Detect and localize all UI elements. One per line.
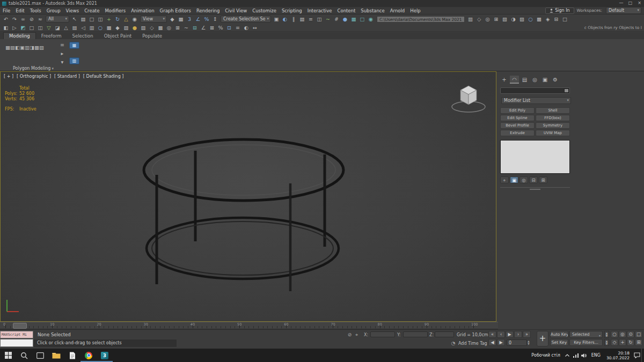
ribbon-tab-populate[interactable]: Populate [137,33,167,39]
desktop-toolbar-label[interactable]: Робочий стіл [531,353,560,358]
ribbon-button-3[interactable]: ◧ [15,45,20,50]
menu-item-customize[interactable]: Customize [250,8,279,13]
toolbar-icon-2[interactable]: ◇ [475,16,484,23]
z-coordinate-field[interactable] [435,331,454,337]
ribbon-tab-object-paint[interactable]: Object Paint [99,33,137,39]
workspace-dropdown[interactable]: Default [606,7,641,14]
document-app-button[interactable] [64,349,80,362]
view-cube[interactable] [450,80,487,115]
toolbar2-icon-2[interactable]: ▷ [10,24,19,31]
modifier-button-shell[interactable]: Shell [536,107,570,114]
scene-explorer-icon[interactable]: ≡ [306,16,315,23]
set-key-button[interactable]: Set Key [550,339,568,346]
curve-editor-icon[interactable]: ~ [324,16,332,23]
toolbar2-icon-1[interactable]: ◧ [2,24,10,31]
rendered-frame-icon[interactable]: □ [358,16,367,23]
selection-filter-dropdown[interactable]: All [46,16,69,23]
volume-icon[interactable] [580,349,589,362]
modifier-button-edit-poly[interactable]: Edit Poly [500,107,535,114]
field-of-view-icon[interactable]: ◇ [611,339,618,346]
menu-item-views[interactable]: Views [63,8,82,13]
toolbar2-icon-25[interactable]: ⊠ [208,24,216,31]
menu-item-content[interactable]: Content [335,8,358,13]
toolbar2-icon-4[interactable]: □ [27,24,36,31]
render-setup-icon[interactable]: ▦ [349,16,358,23]
ribbon-panel-label[interactable]: Polygon Modeling [13,66,54,71]
show-desktop-button[interactable] [641,349,644,362]
menu-item-scripting[interactable]: Scripting [279,8,305,13]
modifier-button-uvw-map[interactable]: UVW Map [536,130,570,136]
menu-item-graph-editors[interactable]: Graph Editors [157,8,194,13]
zoom-extents-icon[interactable]: ⊙ [627,331,634,338]
toolbar2-icon-17[interactable]: ▨ [139,24,148,31]
toolbar2-icon-12[interactable]: ○ [96,24,105,31]
ribbon-button-6[interactable]: ◨ [30,45,34,50]
pan-icon[interactable]: + [619,339,626,346]
percent-snap-icon[interactable]: % [202,16,211,23]
3ds-max-taskbar-button[interactable]: 3 [97,349,113,362]
menu-item-substance[interactable]: Substance [358,8,387,13]
toolbar2-icon-5[interactable]: ◫ [36,24,45,31]
maximize-viewport-icon[interactable]: ⊞ [635,339,642,346]
window-crossing-icon[interactable]: ◫ [96,16,105,23]
ribbon-highlight-icon-1[interactable]: ▦ [69,42,79,49]
unlink-selection-icon[interactable]: ⊘ [27,16,36,23]
modifier-stack[interactable] [500,140,570,174]
menu-item-file[interactable]: File [0,8,13,13]
x-coordinate-field[interactable] [370,331,395,337]
key-selection-dropdown[interactable]: Selected [569,331,603,338]
toolbar-icon-6[interactable]: ◑ [509,16,518,23]
toolbar-icon-1[interactable]: ▥ [466,16,475,23]
menu-item-create[interactable]: Create [82,8,102,13]
reference-coordinate-dropdown[interactable]: View [140,16,167,23]
menu-item-group[interactable]: Group [44,8,63,13]
configure-modifier-sets-icon[interactable]: ⊞ [539,176,547,183]
display-tab-icon[interactable]: ▣ [540,76,550,84]
ribbon-button-2[interactable]: ▤ [10,45,15,50]
menu-item-animation[interactable]: Animation [128,8,157,13]
ribbon-side-icon-3[interactable]: ▾ [60,58,64,67]
hierarchy-tab-icon[interactable]: ▤ [520,76,529,84]
align-icon[interactable]: ∥ [289,16,298,23]
toolbar-icon-8[interactable]: ○ [526,16,535,23]
menu-item-tools[interactable]: Tools [27,8,44,13]
toolbar2-icon-9[interactable]: ▤ [70,24,79,31]
show-end-result-icon[interactable]: ▣ [510,176,518,183]
toolbar-icon-5[interactable]: ▧ [501,16,509,23]
zoom-all-icon[interactable]: ◎ [619,331,626,338]
maxscript-mini-listener[interactable] [0,339,33,347]
ribbon-tab-freeform[interactable]: Freeform [36,33,67,39]
toolbar2-icon-27[interactable]: ⊡ [225,24,233,31]
toolbar-icon-4[interactable]: ⊞ [492,16,501,23]
language-indicator[interactable]: ENG [591,353,601,358]
menu-item-interactive[interactable]: Interactive [305,8,335,13]
ribbon-side-icon-1[interactable]: ≡ [60,41,64,50]
toolbar2-icon-3[interactable]: ◩ [19,24,27,31]
close-button[interactable]: × [635,0,644,7]
layer-manager-icon[interactable]: ▤ [298,16,306,23]
schematic-view-icon[interactable]: # [332,16,341,23]
ribbon-tab-selection[interactable]: Selection [67,33,99,39]
ribbon-button-8[interactable]: ▧ [39,45,44,50]
select-by-name-icon[interactable]: ▤ [79,16,87,23]
toolbar2-icon-20[interactable]: ◎ [165,24,173,31]
maxscript-macro-recorder[interactable]: MAXScript Mi [0,331,33,338]
toolbar2-icon-19[interactable]: ▩ [156,24,165,31]
object-name-field[interactable] [500,87,570,94]
previous-key-button[interactable]: ◀ [488,339,496,346]
toolbar2-icon-29[interactable]: ◐ [242,24,251,31]
select-and-manipulate-icon[interactable]: ◆ [168,16,177,23]
next-frame-button[interactable]: › [514,331,522,338]
next-key-button[interactable]: ▶ [497,339,505,346]
menu-item-civil-view[interactable]: Civil View [222,8,250,13]
auto-key-button[interactable]: Auto Key [550,331,568,338]
modifier-button-extrude[interactable]: Extrude [500,130,535,136]
select-and-scale-icon[interactable]: △ [122,16,130,23]
timeline-track-bar[interactable]: 0102030405060708090100 [0,322,498,329]
bind-to-space-warp-icon[interactable]: ≈ [36,16,45,23]
ribbon-button-1[interactable]: ▦ [5,45,10,50]
network-icon[interactable] [572,349,580,362]
angle-snap-icon[interactable]: ∠ [194,16,202,23]
modifier-button-edit-spline[interactable]: Edit Spline [500,115,535,121]
toolbar-icon-12[interactable]: □ [561,16,569,23]
